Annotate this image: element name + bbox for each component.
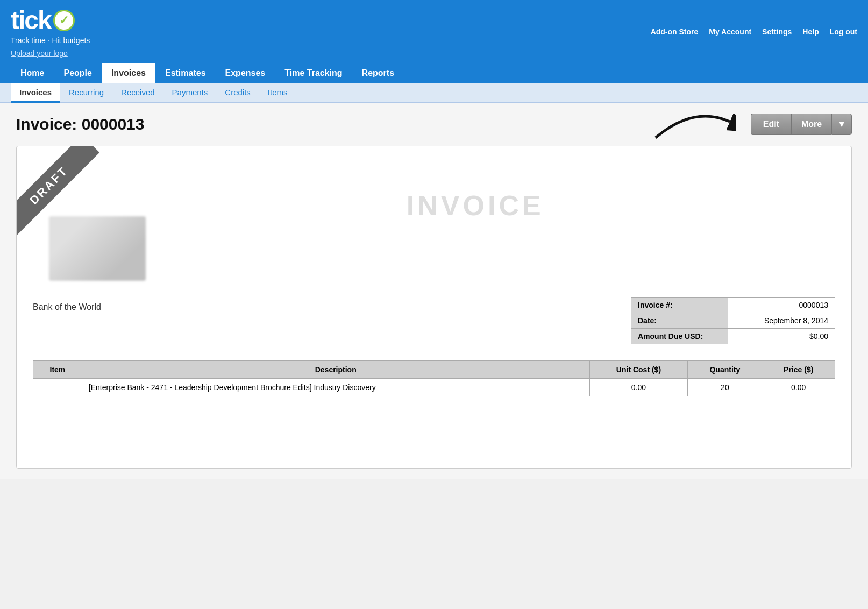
more-button[interactable]: More [791,114,831,135]
line-items-header-row: Item Description Unit Cost ($) Quantity … [33,361,835,379]
logo-text: tick [11,5,51,35]
invoice-details-row: Bank of the World Invoice #: 0000013 Dat… [33,297,835,344]
subnav-invoices[interactable]: Invoices [11,83,60,103]
logo-tagline: Track time · Hit budgets [11,36,90,45]
arrow-annotation [650,100,736,143]
content-area: Invoice: 0000013 Edit More ▼ [0,103,868,479]
my-account-link[interactable]: My Account [709,27,751,36]
addon-store-link[interactable]: Add-on Store [651,27,699,36]
col-item: Item [33,361,82,379]
col-price: Price ($) [762,361,835,379]
top-nav-links: Add-on Store My Account Settings Help Lo… [651,27,857,36]
invoice-date-row: Date: September 8, 2014 [631,313,835,329]
invoice-number-row: Invoice #: 0000013 [631,298,835,313]
top-header: tick ✓ Track time · Hit budgets Upload y… [0,0,868,63]
invoice-info-table: Invoice #: 0000013 Date: September 8, 20… [631,297,835,344]
invoice-date-value: September 8, 2014 [728,313,835,329]
invoice-date-label: Date: [631,313,728,329]
line-item-price: 0.00 [762,379,835,396]
logo-area: tick ✓ Track time · Hit budgets Upload y… [11,5,90,58]
nav-expenses[interactable]: Expenses [216,63,275,83]
invoice-box: DRAFT INVOICE Bank of the World Invoice … [16,146,852,469]
nav-people[interactable]: People [54,63,101,83]
chevron-down-icon: ▼ [837,119,846,129]
invoice-watermark: INVOICE [407,189,544,222]
nav-invoices[interactable]: Invoices [102,63,155,83]
page-header: Invoice: 0000013 Edit More ▼ [16,114,852,135]
line-item-quantity: 20 [688,379,762,396]
line-items-section: Item Description Unit Cost ($) Quantity … [33,360,835,396]
invoice-amount-value: $0.00 [728,329,835,344]
upload-logo-link[interactable]: Upload your logo [11,49,90,58]
nav-home[interactable]: Home [11,63,54,83]
nav-reports[interactable]: Reports [352,63,404,83]
col-unit-cost: Unit Cost ($) [589,361,688,379]
help-link[interactable]: Help [802,27,819,36]
line-item-unit-cost: 0.00 [589,379,688,396]
subnav-recurring[interactable]: Recurring [60,83,112,103]
page-title: Invoice: 0000013 [16,115,145,133]
nav-estimates[interactable]: Estimates [155,63,216,83]
invoice-amount-row: Amount Due USD: $0.00 [631,329,835,344]
nav-time-tracking[interactable]: Time Tracking [275,63,352,83]
page-header-actions: Edit More ▼ [751,114,852,135]
col-description: Description [82,361,589,379]
subnav-received[interactable]: Received [112,83,163,103]
invoice-number-label: Invoice #: [631,298,728,313]
subnav-payments[interactable]: Payments [163,83,217,103]
line-item-description: [Enterprise Bank - 2471 - Leadership Dev… [82,379,589,396]
subnav-credits[interactable]: Credits [216,83,259,103]
dropdown-button[interactable]: ▼ [831,114,852,135]
main-nav: Home People Invoices Estimates Expenses … [0,63,868,83]
edit-button[interactable]: Edit [751,114,791,135]
col-quantity: Quantity [688,361,762,379]
blurred-logo-placeholder [49,216,146,281]
subnav-items[interactable]: Items [259,83,296,103]
invoice-number-value: 0000013 [728,298,835,313]
table-row: [Enterprise Bank - 2471 - Leadership Dev… [33,379,835,396]
line-items-table: Item Description Unit Cost ($) Quantity … [33,360,835,396]
line-item-item [33,379,82,396]
client-name: Bank of the World [33,297,101,312]
logout-link[interactable]: Log out [830,27,857,36]
settings-link[interactable]: Settings [762,27,792,36]
logo-brand: tick ✓ [11,5,90,35]
sub-nav: Invoices Recurring Received Payments Cre… [0,83,868,103]
action-buttons: Edit More ▼ [751,114,852,135]
invoice-amount-label: Amount Due USD: [631,329,728,344]
checkmark-icon: ✓ [59,13,69,27]
logo-icon: ✓ [53,10,75,31]
